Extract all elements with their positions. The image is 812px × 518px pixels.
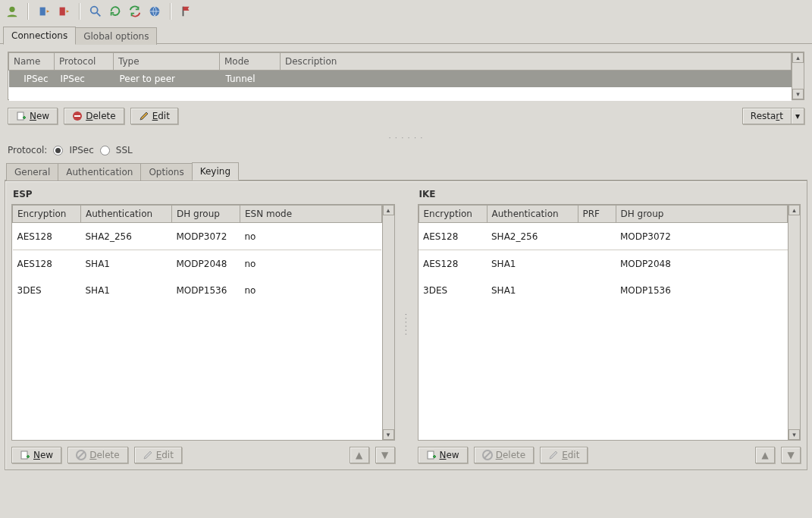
- esp-row[interactable]: 3DES SHA1 MODP1536 no: [13, 277, 382, 303]
- table-spacer: [9, 87, 792, 101]
- scroll-up-icon[interactable]: ▴: [383, 205, 394, 215]
- cell-mode: Tunnel: [220, 71, 281, 88]
- search-icon[interactable]: [88, 4, 103, 19]
- keying-panel: ESP Encryption Authentication DH group E…: [5, 181, 807, 470]
- delete-disabled-icon: [76, 450, 86, 460]
- ike-delete-button[interactable]: Delete: [474, 447, 534, 463]
- tab-options[interactable]: Options: [140, 163, 192, 181]
- esp-edit-button[interactable]: Edit: [134, 447, 182, 463]
- toolbar-separator: [27, 3, 29, 20]
- ike-row[interactable]: AES128 SHA2_256 MODP3072: [419, 223, 788, 250]
- delete-icon: [72, 111, 83, 121]
- panel-splitter[interactable]: ······: [404, 187, 409, 463]
- ike-row[interactable]: 3DES SHA1 MODP1536: [419, 277, 788, 303]
- triangle-up-icon: ▲: [356, 450, 362, 460]
- esp-col-esnmode[interactable]: ESN mode: [240, 206, 382, 223]
- tab-global-options[interactable]: Global options: [75, 27, 157, 45]
- col-mode[interactable]: Mode: [220, 53, 281, 71]
- scroll-down-icon[interactable]: ▾: [788, 429, 800, 440]
- esp-table: Encryption Authentication DH group ESN m…: [11, 204, 395, 441]
- table-filler: [13, 303, 382, 440]
- esp-col-authentication[interactable]: Authentication: [81, 206, 172, 223]
- radio-ssl[interactable]: [100, 146, 110, 155]
- main-toolbar: [0, 0, 812, 23]
- col-description[interactable]: Description: [281, 53, 792, 71]
- col-name[interactable]: Name: [9, 53, 55, 71]
- col-type[interactable]: Type: [114, 53, 220, 71]
- protocol-row: Protocol: IPSec SSL: [0, 143, 812, 159]
- edit-label-rest: dit: [158, 111, 170, 121]
- cell: 3DES: [13, 277, 81, 303]
- flag-icon[interactable]: [179, 4, 194, 19]
- connections-table: Name Protocol Type Mode Description IPSe…: [8, 52, 804, 100]
- new-connection-button[interactable]: New: [8, 108, 58, 124]
- ike-move-down-button[interactable]: ▼: [781, 447, 801, 463]
- tab-authentication[interactable]: Authentication: [58, 163, 141, 181]
- ike-row[interactable]: AES128 SHA1 MODP2048: [419, 250, 788, 278]
- refresh-icon[interactable]: [108, 4, 123, 19]
- cell-name: IPSec: [9, 71, 55, 88]
- tab-general[interactable]: General: [6, 163, 58, 181]
- ike-move-up-button[interactable]: ▲: [755, 447, 775, 463]
- svg-rect-6: [21, 451, 27, 459]
- cell-type: Peer to peer: [114, 71, 220, 88]
- esp-title: ESP: [11, 187, 395, 204]
- cell: SHA2_256: [487, 223, 578, 250]
- cell-description: [281, 71, 792, 88]
- svg-rect-3: [17, 112, 24, 120]
- table-filler: [419, 303, 788, 440]
- esp-row[interactable]: AES128 SHA2_256 MODP3072 no: [13, 223, 382, 250]
- ike-edit-button[interactable]: Edit: [540, 447, 588, 463]
- cell: SHA2_256: [81, 223, 172, 250]
- col-protocol[interactable]: Protocol: [55, 53, 114, 71]
- esp-delete-button[interactable]: Delete: [67, 447, 127, 463]
- svg-rect-5: [74, 115, 80, 117]
- export-icon[interactable]: [56, 4, 71, 19]
- ike-col-authentication[interactable]: Authentication: [487, 206, 578, 223]
- esp-col-encryption[interactable]: Encryption: [13, 206, 81, 223]
- esp-col-dhgroup[interactable]: DH group: [172, 206, 240, 223]
- edit-disabled-icon: [548, 450, 559, 460]
- cell: [578, 250, 616, 278]
- delete-disabled-icon: [482, 450, 493, 460]
- connection-row[interactable]: IPSec IPSec Peer to peer Tunnel: [9, 71, 792, 88]
- esp-buttons: New Delete Edit ▲ ▼: [11, 447, 395, 463]
- cell: SHA1: [81, 250, 172, 278]
- globe-icon[interactable]: [147, 4, 162, 19]
- scroll-up-icon[interactable]: ▴: [788, 205, 800, 215]
- tab-connections[interactable]: Connections: [3, 27, 76, 45]
- radio-ipsec[interactable]: [53, 146, 63, 155]
- scrollbar[interactable]: ▴ ▾: [788, 205, 800, 440]
- esp-move-up-button[interactable]: ▲: [350, 447, 369, 463]
- ike-col-prf[interactable]: PRF: [578, 206, 616, 223]
- esp-move-down-button[interactable]: ▼: [375, 447, 395, 463]
- ike-col-dhgroup[interactable]: DH group: [616, 206, 788, 223]
- radio-ipsec-label: IPSec: [69, 145, 93, 155]
- ike-col-encryption[interactable]: Encryption: [419, 206, 487, 223]
- ike-new-button[interactable]: New: [418, 447, 468, 463]
- restart-dropdown-button[interactable]: ▾: [791, 108, 804, 124]
- delete-connection-button[interactable]: Delete: [64, 108, 124, 124]
- scroll-up-icon[interactable]: ▴: [792, 52, 804, 63]
- scrollbar[interactable]: ▴ ▾: [382, 205, 394, 440]
- esp-new-button[interactable]: New: [11, 447, 61, 463]
- user-icon[interactable]: [5, 4, 20, 19]
- esp-row[interactable]: AES128 SHA1 MODP2048 no: [13, 250, 382, 278]
- import-icon[interactable]: [36, 4, 52, 19]
- new-icon: [20, 450, 30, 460]
- cell: [578, 277, 616, 303]
- edit-disabled-icon: [143, 450, 153, 460]
- sync-icon[interactable]: [127, 4, 143, 19]
- triangle-up-icon: ▲: [761, 450, 768, 460]
- scroll-down-icon[interactable]: ▾: [792, 89, 804, 99]
- protocol-label: Protocol:: [8, 145, 47, 155]
- cell: MODP1536: [616, 277, 788, 303]
- cell: AES128: [13, 250, 81, 278]
- tab-keying[interactable]: Keying: [192, 162, 239, 181]
- edit-connection-button[interactable]: Edit: [130, 108, 178, 124]
- splitter-handle[interactable]: · · · · · ·: [0, 129, 812, 143]
- scroll-down-icon[interactable]: ▾: [383, 429, 394, 440]
- cell: MODP2048: [616, 250, 788, 278]
- scrollbar[interactable]: ▴ ▾: [792, 52, 804, 99]
- restart-button[interactable]: Restart: [742, 108, 792, 124]
